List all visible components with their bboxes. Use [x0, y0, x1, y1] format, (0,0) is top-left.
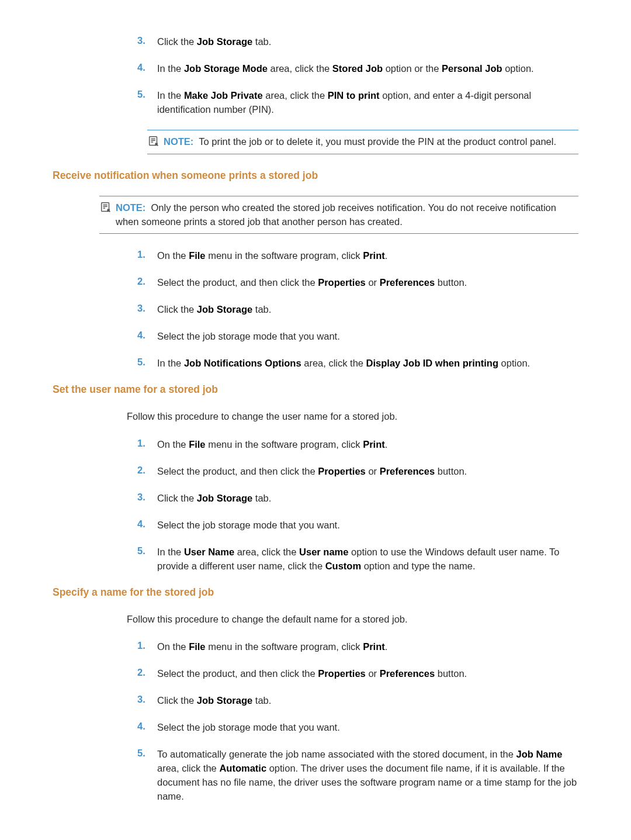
- section-username: Set the user name for a stored job Follo…: [85, 383, 578, 573]
- list-item: 5. In the User Name area, click the User…: [85, 545, 578, 573]
- heading-username: Set the user name for a stored job: [53, 383, 578, 396]
- note-label: NOTE:: [116, 202, 145, 213]
- list-number: 3.: [137, 492, 157, 506]
- note-body: To print the job or to delete it, you mu…: [199, 136, 556, 147]
- list-text: Click the Job Storage tab.: [157, 492, 271, 506]
- list-number: 2.: [137, 276, 157, 290]
- list-number: 2.: [137, 465, 157, 479]
- list-text: In the Job Storage Mode area, click the …: [157, 62, 534, 76]
- list-number: 3.: [137, 35, 157, 49]
- section-top: 3. Click the Job Storage tab. 4. In the …: [85, 35, 578, 154]
- list-item: 3. Click the Job Storage tab.: [85, 694, 578, 708]
- list-number: 1.: [137, 249, 157, 263]
- list-text: Select the product, and then click the P…: [157, 465, 467, 479]
- note-icon: [147, 135, 160, 148]
- intro-username: Follow this procedure to change the user…: [127, 410, 578, 424]
- list-number: 4.: [137, 330, 157, 344]
- heading-receive: Receive notification when someone prints…: [53, 170, 578, 182]
- list-number: 4.: [137, 721, 157, 735]
- list-number: 1.: [137, 640, 157, 654]
- section-receive: Receive notification when someone prints…: [85, 170, 578, 371]
- list-item: 3. Click the Job Storage tab.: [85, 492, 578, 506]
- list-item: 1. On the File menu in the software prog…: [85, 249, 578, 263]
- list-item: 2. Select the product, and then click th…: [85, 465, 578, 479]
- list-text: Select the product, and then click the P…: [157, 276, 467, 290]
- list-text: In the Job Notifications Options area, c…: [157, 357, 530, 371]
- section-specify: Specify a name for the stored job Follow…: [85, 586, 578, 804]
- list-item: 1. On the File menu in the software prog…: [85, 640, 578, 654]
- intro-specify: Follow this procedure to change the defa…: [127, 613, 578, 627]
- content: 3. Click the Job Storage tab. 4. In the …: [85, 35, 578, 804]
- list-text: Click the Job Storage tab.: [157, 694, 271, 708]
- note-box: NOTE: Only the person who created the st…: [99, 196, 578, 234]
- list-text: To automatically generate the job name a…: [157, 748, 578, 804]
- list-text: On the File menu in the software program…: [157, 249, 387, 263]
- note-text: NOTE: To print the job or to delete it, …: [164, 135, 556, 149]
- heading-specify: Specify a name for the stored job: [53, 586, 578, 599]
- list-number: 3.: [137, 694, 157, 708]
- list-text: Select the job storage mode that you wan…: [157, 518, 340, 533]
- list-item: 4. Select the job storage mode that you …: [85, 721, 578, 735]
- list-item: 4. In the Job Storage Mode area, click t…: [85, 62, 578, 76]
- list-text: In the User Name area, click the User na…: [157, 545, 578, 573]
- list-item: 5. In the Job Notifications Options area…: [85, 357, 578, 371]
- list-text: In the Make Job Private area, click the …: [157, 89, 578, 117]
- list-item: 3. Click the Job Storage tab.: [85, 303, 578, 317]
- note-icon: [99, 201, 112, 214]
- list-number: 4.: [137, 62, 157, 76]
- list-number: 5.: [137, 89, 157, 117]
- page: 3. Click the Job Storage tab. 4. In the …: [0, 0, 631, 840]
- list-number: 1.: [137, 438, 157, 452]
- list-item: 4. Select the job storage mode that you …: [85, 330, 578, 344]
- note-box: NOTE: To print the job or to delete it, …: [147, 130, 578, 154]
- list-text: Select the job storage mode that you wan…: [157, 721, 340, 735]
- list-number: 2.: [137, 667, 157, 681]
- list-text: Select the job storage mode that you wan…: [157, 330, 340, 344]
- list-text: On the File menu in the software program…: [157, 438, 387, 452]
- list-number: 4.: [137, 518, 157, 533]
- list-text: Click the Job Storage tab.: [157, 303, 271, 317]
- list-number: 3.: [137, 303, 157, 317]
- list-number: 5.: [137, 545, 157, 573]
- list-item: 2. Select the product, and then click th…: [85, 667, 578, 681]
- list-text: Click the Job Storage tab.: [157, 35, 271, 49]
- list-item: 3. Click the Job Storage tab.: [85, 35, 578, 49]
- list-number: 5.: [137, 748, 157, 804]
- list-item: 5. In the Make Job Private area, click t…: [85, 89, 578, 117]
- note-label: NOTE:: [164, 136, 193, 147]
- list-text: Select the product, and then click the P…: [157, 667, 467, 681]
- list-item: 4. Select the job storage mode that you …: [85, 518, 578, 533]
- list-item: 1. On the File menu in the software prog…: [85, 438, 578, 452]
- list-item: 5. To automatically generate the job nam…: [85, 748, 578, 804]
- list-text: On the File menu in the software program…: [157, 640, 387, 654]
- note-body: Only the person who created the stored j…: [116, 202, 556, 227]
- list-item: 2. Select the product, and then click th…: [85, 276, 578, 290]
- list-number: 5.: [137, 357, 157, 371]
- note-text: NOTE: Only the person who created the st…: [116, 201, 578, 229]
